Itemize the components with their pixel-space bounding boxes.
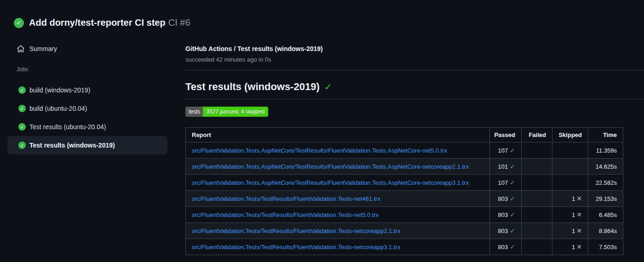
passed-cell: 107 ✓ xyxy=(490,175,522,190)
report-link[interactable]: src/FluentValidation.Tests/TestResults/F… xyxy=(192,244,400,251)
report-cell: src/FluentValidation.Tests.AspNetCore/Te… xyxy=(186,175,490,190)
failed-cell xyxy=(522,191,552,206)
check-glyph: ✓ xyxy=(20,143,24,148)
time-cell: 7.503s xyxy=(588,239,623,255)
run-ref: CI #6 xyxy=(168,17,190,28)
sidebar-item-summary[interactable]: Summary xyxy=(0,40,175,57)
table-row: src/FluentValidation.Tests.AspNetCore/Te… xyxy=(186,142,623,159)
passed-check-icon: ✓ xyxy=(510,243,515,251)
passed-check-icon: ✓ xyxy=(510,211,515,218)
passed-count: 101 xyxy=(498,163,508,170)
table-row: src/FluentValidation.Tests.AspNetCore/Te… xyxy=(186,175,623,191)
skipped-cell: ✕ xyxy=(552,175,588,190)
passed-cell: 803 ✓ xyxy=(490,223,522,239)
time-value: 6.485s xyxy=(599,211,617,218)
table-row: src/FluentValidation.Tests.AspNetCore/Te… xyxy=(186,159,623,175)
table-row: src/FluentValidation.Tests/TestResults/F… xyxy=(186,191,623,207)
passed-check-icon: ✓ xyxy=(510,147,515,154)
passed-count: 803 xyxy=(498,195,508,202)
passed-check-icon: ✓ xyxy=(510,179,515,186)
skipped-cross-icon: ✕ xyxy=(576,227,582,234)
passed-check-icon: ✓ xyxy=(510,227,515,234)
workflow-run-page: ✓ Add dorny/test-reporter CI stepCI #6 S… xyxy=(0,0,644,262)
job-label: Test results (ubuntu-20.04) xyxy=(29,123,106,131)
passed-check-icon: ✓ xyxy=(510,163,515,170)
run-title: Add dorny/test-reporter CI stepCI #6 xyxy=(29,17,190,28)
time-value: 29.153s xyxy=(596,195,617,202)
sidebar-job-item[interactable]: ✓ build (windows-2019) xyxy=(7,81,167,99)
report-link[interactable]: src/FluentValidation.Tests.AspNetCore/Te… xyxy=(192,179,469,186)
job-success-check-circle-icon: ✓ xyxy=(18,123,26,131)
report-link[interactable]: src/FluentValidation.Tests.AspNetCore/Te… xyxy=(192,147,447,154)
report-link[interactable]: src/FluentValidation.Tests.AspNetCore/Te… xyxy=(192,163,469,170)
skipped-cell: ✕ xyxy=(552,142,588,158)
passed-count: 803 xyxy=(498,244,508,251)
badge-value: 3527 passed, 4 skipped xyxy=(203,107,268,117)
failed-cell xyxy=(522,223,552,239)
summary-label: Summary xyxy=(29,45,57,52)
skipped-cell: ✕ xyxy=(552,159,588,174)
main-content: GitHub Actions / Test results (windows-2… xyxy=(175,32,644,255)
job-success-check-circle-icon: ✓ xyxy=(18,86,26,94)
table-body: src/FluentValidation.Tests.AspNetCore/Te… xyxy=(186,142,623,255)
job-label: Test results (windows-2019) xyxy=(29,142,115,149)
run-title-text: Add dorny/test-reporter CI step xyxy=(29,17,166,28)
passed-cell: 107 ✓ xyxy=(490,142,522,158)
header-divider xyxy=(185,70,644,70)
sidebar: Summary Jobs ✓ build (windows-2019) ✓ xyxy=(0,32,175,154)
badge-label: tests xyxy=(185,107,203,117)
check-glyph: ✓ xyxy=(20,125,24,130)
results-table: Report Passed Failed Skipped Time src/Fl… xyxy=(185,127,623,255)
sidebar-job-item[interactable]: ✓ Test results (ubuntu-20.04) xyxy=(7,118,167,136)
column-header-report: Report xyxy=(186,128,490,142)
tests-badge: tests 3527 passed, 4 skipped xyxy=(185,107,268,117)
sidebar-job-item[interactable]: ✓ Test results (windows-2019) xyxy=(7,136,167,154)
failed-cell xyxy=(522,175,552,190)
sidebar-job-item[interactable]: ✓ build (ubuntu-20.04) xyxy=(7,99,167,118)
passed-cell: 803 ✓ xyxy=(490,239,522,255)
time-cell: 14.625s xyxy=(588,159,623,174)
skipped-cell: 1 ✕ xyxy=(552,223,588,239)
skipped-count: 1 xyxy=(572,195,575,202)
skipped-count: 1 xyxy=(572,244,575,251)
column-header-skipped: Skipped xyxy=(552,128,588,142)
table-header-row: Report Passed Failed Skipped Time xyxy=(186,128,623,142)
time-cell: 8.864s xyxy=(588,223,623,239)
skipped-cell: 1 ✕ xyxy=(552,239,588,255)
passed-count: 107 xyxy=(498,179,508,186)
time-value: 11.359s xyxy=(596,147,617,154)
passed-count: 803 xyxy=(498,228,508,234)
home-icon xyxy=(17,45,25,53)
time-value: 22.582s xyxy=(596,179,617,186)
time-cell: 22.582s xyxy=(588,175,623,190)
job-label: build (windows-2019) xyxy=(29,86,90,94)
jobs-section-label: Jobs xyxy=(0,66,175,74)
job-success-check-circle-icon: ✓ xyxy=(18,142,26,149)
check-glyph: ✓ xyxy=(20,106,24,111)
column-header-time: Time xyxy=(588,128,623,142)
skipped-count: 1 xyxy=(572,228,575,234)
passed-count: 803 xyxy=(498,211,508,218)
skipped-cross-icon: ✕ xyxy=(576,195,582,202)
jobs-list: ✓ build (windows-2019) ✓ build (ubuntu-2… xyxy=(0,81,175,154)
passed-check-icon: ✓ xyxy=(510,195,515,202)
table-row: src/FluentValidation.Tests/TestResults/F… xyxy=(186,239,623,255)
skipped-cell: 1 ✕ xyxy=(552,191,588,206)
report-cell: src/FluentValidation.Tests.AspNetCore/Te… xyxy=(186,142,490,158)
time-value: 8.864s xyxy=(599,228,617,234)
failed-cell xyxy=(522,239,552,255)
passed-cell: 101 ✓ xyxy=(490,159,522,174)
time-cell: 29.153s xyxy=(588,191,623,206)
time-cell: 11.359s xyxy=(588,142,623,158)
column-header-failed: Failed xyxy=(522,128,552,142)
time-value: 14.625s xyxy=(596,163,617,170)
report-link[interactable]: src/FluentValidation.Tests/TestResults/F… xyxy=(192,195,380,202)
report-link[interactable]: src/FluentValidation.Tests/TestResults/F… xyxy=(192,228,400,234)
report-link[interactable]: src/FluentValidation.Tests/TestResults/F… xyxy=(192,211,379,218)
passed-cell: 803 ✓ xyxy=(490,207,522,222)
check-glyph: ✓ xyxy=(17,19,22,26)
report-cell: src/FluentValidation.Tests/TestResults/F… xyxy=(186,223,490,239)
report-cell: src/FluentValidation.Tests.AspNetCore/Te… xyxy=(186,159,490,174)
failed-cell xyxy=(522,142,552,158)
layout: Summary Jobs ✓ build (windows-2019) ✓ xyxy=(0,32,644,255)
